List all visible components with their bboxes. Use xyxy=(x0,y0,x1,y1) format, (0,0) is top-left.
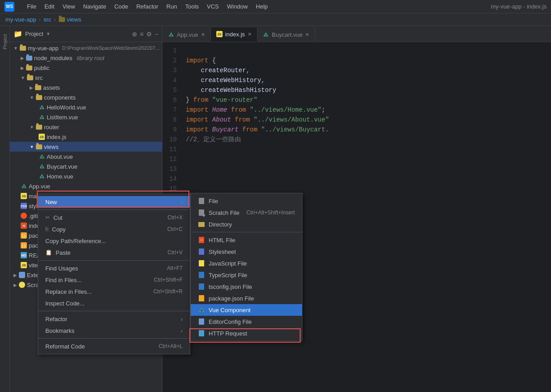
toolbar-minimize-icon[interactable]: − xyxy=(155,30,158,38)
toolbar-globe-icon[interactable]: ⊕ xyxy=(132,30,137,38)
ctx-js-file[interactable]: JavaScript File xyxy=(191,257,302,269)
ctx-refactor[interactable]: Refactor › xyxy=(38,313,190,325)
ctx-refactor-arrow: › xyxy=(181,316,183,322)
stylecss-icon: CSS xyxy=(21,203,27,209)
tab-appvue-close[interactable]: ✕ xyxy=(201,32,205,38)
tree-app-vue[interactable]: App.vue xyxy=(10,181,162,191)
js-file-icon xyxy=(198,260,205,267)
menu-run[interactable]: Run xyxy=(163,2,181,11)
tree-buycart[interactable]: Buycart.vue xyxy=(10,161,162,171)
ctx-pkgjson-file[interactable]: package.json File xyxy=(191,292,302,304)
tree-components[interactable]: ▼ components xyxy=(10,92,162,102)
app-vue-icon xyxy=(21,183,27,189)
tree-views[interactable]: ▼ views xyxy=(10,142,162,152)
ctx-scratchfile-label: Scratch File xyxy=(209,209,243,216)
menu-edit[interactable]: Edit xyxy=(41,2,58,11)
toolbar-gear-icon[interactable]: ⚙ xyxy=(146,30,152,38)
tree-index-js[interactable]: JS index.js xyxy=(10,132,162,142)
menu-file[interactable]: File xyxy=(23,2,40,11)
ctx-editorconfig[interactable]: EditorConfig File xyxy=(191,316,302,327)
tab-index-js[interactable]: JS index.js ✕ xyxy=(211,27,258,42)
tree-root[interactable]: ▼ my-vue-app D:\ProgramWorkSpace\WebStor… xyxy=(10,43,162,53)
tree-home[interactable]: Home.vue xyxy=(10,171,162,181)
breadcrumb-src[interactable]: src xyxy=(44,16,51,23)
nm-sublabel: library root xyxy=(77,55,104,61)
mainjs-icon: JS xyxy=(21,193,27,199)
ctx-directory[interactable]: Directory xyxy=(191,218,302,230)
pub-folder-icon xyxy=(26,65,32,70)
root-chevron: ▼ xyxy=(13,46,18,51)
menu-refactor[interactable]: Refactor xyxy=(133,2,162,11)
menu-help[interactable]: Help xyxy=(252,2,271,11)
menu-code[interactable]: Code xyxy=(111,2,132,11)
assets-folder-icon xyxy=(35,85,41,90)
ctx-cut[interactable]: ✂ Cut Ctrl+X xyxy=(38,212,190,223)
pkgjson-icon: { } xyxy=(21,232,27,239)
tree-assets[interactable]: ▶ assets xyxy=(10,83,162,92)
menu-view[interactable]: View xyxy=(59,2,79,11)
ctx-paste[interactable]: 📋 Paste Ctrl+V xyxy=(38,247,190,258)
new-submenu: File Scratch File Ctrl+Alt+Shift+Insert … xyxy=(190,193,302,341)
pub-chevron: ▶ xyxy=(21,65,24,70)
scratch-icon xyxy=(19,282,25,288)
project-tab-label[interactable]: Project xyxy=(1,30,9,53)
menu-navigate[interactable]: Navigate xyxy=(79,2,109,11)
ctx-tsconfig-file[interactable]: tsconfig.json File xyxy=(191,281,302,292)
tab-buycart-close[interactable]: ✕ xyxy=(305,32,309,38)
ctx-copy-label: Copy xyxy=(52,226,164,233)
ctx-find-usages[interactable]: Find Usages Alt+F7 xyxy=(38,262,190,274)
tab-app-vue[interactable]: App.vue ✕ xyxy=(162,27,211,42)
window-title: my-vue-app - index.js xyxy=(491,3,547,10)
ctx-refactor-label: Refactor xyxy=(45,316,177,322)
ctx-inspect-label: Inspect Code... xyxy=(45,300,183,307)
breadcrumb-views-label[interactable]: views xyxy=(67,16,82,23)
tree-about[interactable]: About.vue xyxy=(10,152,162,161)
tree-router[interactable]: ▼ router xyxy=(10,122,162,132)
ctx-ts-file[interactable]: TypeScript File xyxy=(191,269,302,281)
menu-tools[interactable]: Tools xyxy=(182,2,202,11)
tree-node-modules[interactable]: ▶ node_modules library root xyxy=(10,53,162,63)
menu-window[interactable]: Window xyxy=(223,2,251,11)
tree-src[interactable]: ▼ src xyxy=(10,73,162,83)
router-chevron: ▼ xyxy=(30,125,34,130)
ctx-reformat[interactable]: Reformat Code Ctrl+Alt+L xyxy=(38,340,190,352)
ws-logo: WS xyxy=(4,2,14,12)
viteconfig-icon: JS xyxy=(21,262,27,268)
tab-indexjs-close[interactable]: ✕ xyxy=(248,31,252,37)
ctx-find-files[interactable]: Find in Files... Ctrl+Shift+F xyxy=(38,274,190,286)
ctx-tsfile-label: TypeScript File xyxy=(209,272,295,279)
ctx-copy[interactable]: ⎘ Copy Ctrl+C xyxy=(38,223,190,235)
menu-bar: File Edit View Navigate Code Refactor Ru… xyxy=(23,2,271,11)
ctx-paste-label: Paste xyxy=(56,249,164,256)
pkglock-icon: { } xyxy=(21,242,27,248)
tree-public[interactable]: ▶ public xyxy=(10,63,162,73)
ctx-scratch-file[interactable]: Scratch File Ctrl+Alt+Shift+Insert xyxy=(191,207,302,218)
ctx-html-file[interactable]: H HTML File xyxy=(191,234,302,246)
editorconfig-icon xyxy=(198,318,205,325)
breadcrumb-views: views xyxy=(59,16,82,23)
tab-buycart-vue[interactable]: Buycart.vue ✕ xyxy=(258,27,315,42)
breadcrumb-project[interactable]: my-vue-app xyxy=(5,16,36,23)
ctx-vue-component[interactable]: Vue Component xyxy=(191,304,302,316)
router-folder-icon xyxy=(36,125,42,130)
toolbar-layout-icon[interactable]: ≡ xyxy=(140,30,144,38)
ctx-http-request[interactable]: HTTP Request xyxy=(191,327,302,339)
paste-icon: 📋 xyxy=(45,249,52,256)
new-file-icon xyxy=(198,197,205,205)
li-label: ListItem.vue xyxy=(47,114,78,121)
ctx-inspect[interactable]: Inspect Code... xyxy=(38,297,190,309)
tree-listitem[interactable]: ListItem.vue xyxy=(10,112,162,122)
ctx-new-file[interactable]: File xyxy=(191,195,302,207)
tree-helloworld[interactable]: HelloWorld.vue xyxy=(10,102,162,112)
ctx-new[interactable]: New › xyxy=(38,196,190,208)
ctx-findfiles-label: Find in Files... xyxy=(45,277,150,283)
ctx-replace-files[interactable]: Replace in Files... Ctrl+Shift+R xyxy=(38,286,190,297)
ctx-copy-path[interactable]: Copy Path/Reference... xyxy=(38,235,190,247)
ctx-bookmarks[interactable]: Bookmarks › xyxy=(38,325,190,336)
ts-file-icon xyxy=(198,271,205,279)
root-path: D:\ProgramWorkSpace\WebStorm\20220725\my… xyxy=(62,45,162,51)
ctx-paste-shortcut: Ctrl+V xyxy=(167,249,183,256)
menu-vcs[interactable]: VCS xyxy=(203,2,223,11)
ctx-stylesheet[interactable]: Stylesheet xyxy=(191,246,302,257)
ctx-reformat-shortcut: Ctrl+Alt+L xyxy=(159,343,183,349)
